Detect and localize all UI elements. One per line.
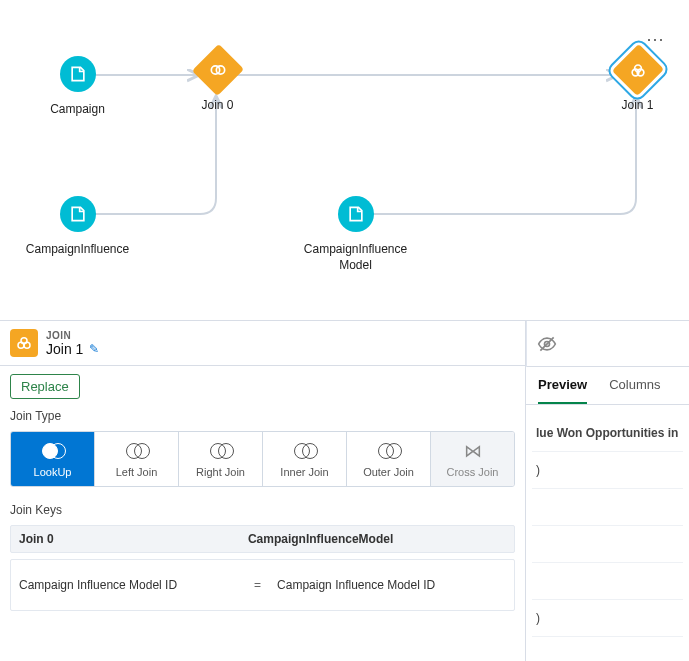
keys-header-left: Join 0: [19, 532, 248, 546]
jt-label: Left Join: [116, 466, 158, 478]
jt-label: Right Join: [196, 466, 245, 478]
join-type-inner[interactable]: Inner Join: [263, 432, 347, 486]
preview-cell: [532, 489, 683, 526]
preview-col-header: lue Won Opportunities in: [532, 415, 683, 452]
more-menu-icon[interactable]: ⋯: [646, 28, 665, 50]
join-keys-label: Join Keys: [10, 503, 515, 517]
join-icon: [611, 44, 663, 96]
tab-columns[interactable]: Columns: [609, 377, 660, 404]
join-keys-header: Join 0 CampaignInfluenceModel: [10, 525, 515, 553]
join-type-outer[interactable]: Outer Join: [347, 432, 431, 486]
datasource-icon: [338, 196, 374, 232]
preview-cell: ): [532, 600, 683, 637]
jt-label: LookUp: [34, 466, 72, 478]
node-label: CampaignInfluence Model: [304, 242, 407, 273]
join-type-right[interactable]: Right Join: [179, 432, 263, 486]
join-type-label: Join Type: [10, 409, 515, 423]
panel-right: Preview Columns lue Won Opportunities in…: [526, 321, 689, 661]
tab-preview[interactable]: Preview: [538, 377, 587, 404]
node-label: Join 0: [201, 98, 233, 114]
panel-type-label: JOIN: [46, 330, 99, 341]
datasource-icon: [60, 196, 96, 232]
key-left: Campaign Influence Model ID: [19, 578, 238, 592]
jt-label: Inner Join: [280, 466, 328, 478]
panel-left: JOIN Join 1 ✎ Replace Join Type LookUp L…: [0, 321, 526, 661]
preview-cell: ): [532, 452, 683, 489]
node-detail-panel: JOIN Join 1 ✎ Replace Join Type LookUp L…: [0, 320, 689, 661]
keys-header-right: CampaignInfluenceModel: [248, 532, 393, 546]
join-header-icon: [10, 329, 38, 357]
recipe-canvas[interactable]: Campaign Join 0 Join 1 CampaignInfluence…: [0, 0, 689, 320]
node-label: CampaignInfluence: [26, 242, 129, 258]
jt-label: Outer Join: [363, 466, 414, 478]
preview-cell: [532, 526, 683, 563]
datasource-icon: [60, 56, 96, 92]
key-right: Campaign Influence Model ID: [277, 578, 435, 592]
preview-grid: lue Won Opportunities in ) ): [526, 405, 689, 647]
join-type-left[interactable]: Left Join: [95, 432, 179, 486]
join-type-cross[interactable]: ⋈ Cross Join: [431, 432, 514, 486]
join-key-row[interactable]: Campaign Influence Model ID = Campaign I…: [10, 559, 515, 611]
node-campaign-influence-model[interactable]: CampaignInfluence Model: [308, 196, 403, 273]
panel-header: JOIN Join 1 ✎: [0, 321, 525, 366]
node-campaign-influence[interactable]: CampaignInfluence: [30, 196, 125, 258]
svg-point-6: [18, 342, 24, 348]
replace-button[interactable]: Replace: [10, 374, 80, 399]
svg-point-7: [24, 342, 30, 348]
preview-cell: [532, 563, 683, 600]
node-join0[interactable]: Join 0: [170, 52, 265, 114]
right-header: [526, 321, 689, 367]
join-type-selector: LookUp Left Join Right Join Inner Join O…: [10, 431, 515, 487]
node-label: Join 1: [621, 98, 653, 114]
join-icon: [191, 44, 243, 96]
join-type-lookup[interactable]: LookUp: [11, 432, 95, 486]
panel-node-name: Join 1: [46, 341, 83, 357]
key-op: =: [238, 578, 277, 592]
right-tabs: Preview Columns: [526, 367, 689, 405]
node-campaign[interactable]: Campaign: [30, 56, 125, 118]
jt-label: Cross Join: [447, 466, 499, 478]
edit-name-icon[interactable]: ✎: [89, 342, 99, 356]
node-label: Campaign: [50, 102, 105, 118]
node-join1[interactable]: Join 1: [590, 52, 685, 114]
visibility-toggle-icon[interactable]: [526, 321, 566, 367]
